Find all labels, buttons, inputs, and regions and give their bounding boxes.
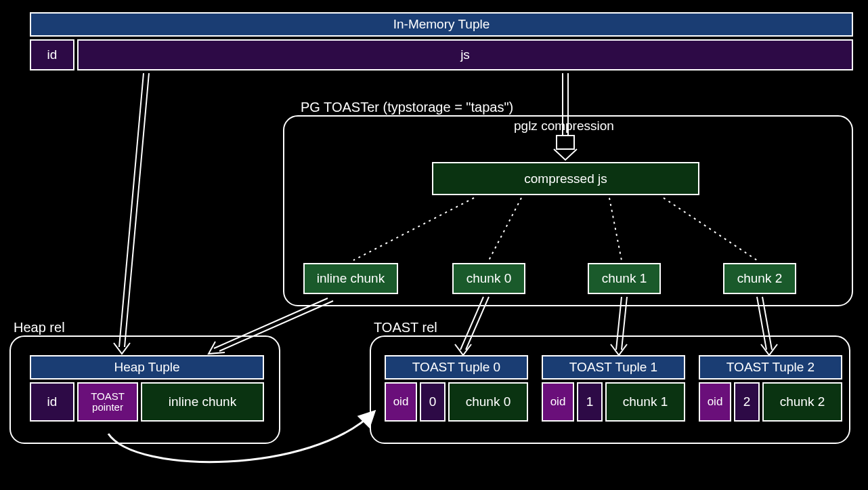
in-memory-tuple-js: js [77,39,853,70]
toast-rel-label: TOAST rel [371,320,440,335]
toast-tuple-0-idx: 0 [420,382,446,422]
heap-tuple-title: Heap Tuple [30,355,264,380]
chunk-0-box: chunk 0 [452,263,525,294]
inline-chunk-box: inline chunk [303,263,398,294]
in-memory-tuple-id: id [30,39,74,70]
toast-tuple-1-title: TOAST Tuple 1 [542,355,685,380]
toast-tuple-2-chunk: chunk 2 [762,382,842,422]
pglz-compression-label: pglz compression [511,119,617,134]
heap-inline-chunk: inline chunk [141,382,264,422]
toast-tuple-0-chunk: chunk 0 [448,382,528,422]
heap-id: id [30,382,74,422]
toast-tuple-1-idx: 1 [577,382,603,422]
svg-line-0 [119,73,144,347]
svg-line-1 [125,73,149,347]
toast-tuple-1-oid: oid [542,382,574,422]
in-memory-tuple-title: In-Memory Tuple [30,12,853,37]
toast-tuple-1-chunk: chunk 1 [605,382,685,422]
toast-tuple-0-title: TOAST Tuple 0 [385,355,528,380]
heap-toast-pointer: TOAST pointer [77,382,138,422]
toast-tuple-2-idx: 2 [734,382,760,422]
chunk-2-box: chunk 2 [723,263,796,294]
pg-toaster-label: PG TOASTer (typstorage = "tapas") [298,100,516,115]
chunk-1-box: chunk 1 [588,263,661,294]
toast-tuple-2-oid: oid [699,382,731,422]
toast-tuple-2-title: TOAST Tuple 2 [699,355,842,380]
toast-tuple-0-oid: oid [385,382,417,422]
heap-rel-label: Heap rel [11,320,68,335]
compressed-js-box: compressed js [432,162,699,195]
